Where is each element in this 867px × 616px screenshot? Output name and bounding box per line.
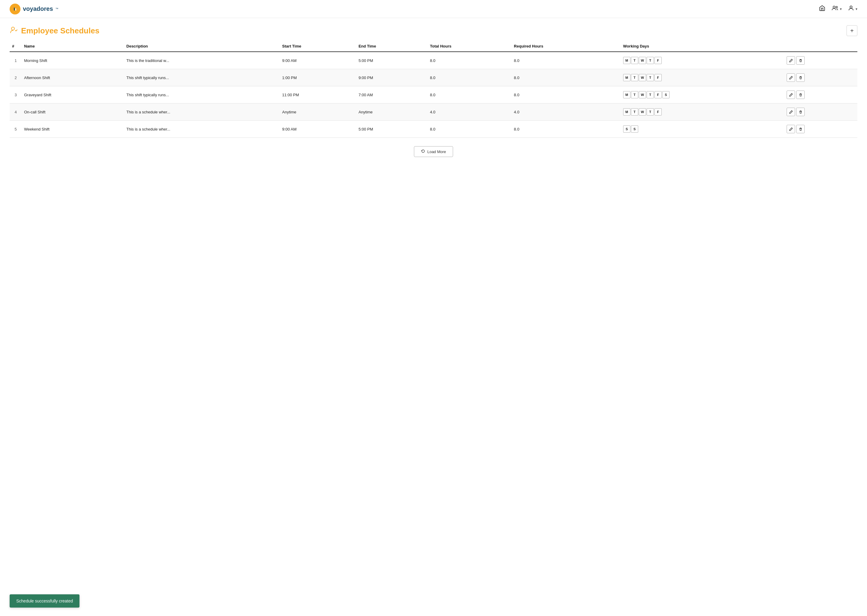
cell-working-days: MTWTF [621, 104, 784, 121]
cell-end-time: 7:00 AM [356, 86, 427, 104]
schedules-table-container: # Name Description Start Time End Time T… [0, 41, 867, 138]
day-badge-w-2: W [639, 108, 646, 115]
cell-total-hours: 8.0 [427, 121, 511, 138]
cell-description: This shift typically runs... [124, 69, 280, 86]
day-badge-m-0: M [623, 57, 631, 64]
navbar: voyadores™ ▾ [0, 0, 867, 18]
day-badge-w-2: W [639, 91, 646, 98]
day-badge-t-3: T [646, 91, 654, 98]
cell-end-time: 5:00 PM [356, 52, 427, 69]
cell-num: 2 [9, 69, 22, 86]
cell-total-hours: 8.0 [427, 86, 511, 104]
cell-start-time: Anytime [280, 104, 356, 121]
cell-actions [784, 86, 858, 104]
cell-working-days: SS [621, 121, 784, 138]
cell-name: Afternoon Shift [22, 69, 124, 86]
add-schedule-button[interactable]: + [847, 25, 858, 36]
brand-name: voyadores [23, 5, 53, 13]
col-total-hours: Total Hours [427, 41, 511, 52]
day-badge-w-2: W [639, 74, 646, 81]
schedules-table: # Name Description Start Time End Time T… [9, 41, 858, 138]
day-badge-s-0: S [623, 126, 631, 133]
svg-point-0 [12, 6, 18, 13]
cell-name: Graveyard Shift [22, 86, 124, 104]
cell-total-hours: 8.0 [427, 52, 511, 69]
load-more-label: Load More [427, 149, 446, 154]
home-button[interactable] [819, 5, 826, 13]
day-badge-t-3: T [646, 57, 654, 64]
day-badge-f-4: F [654, 91, 662, 98]
cell-name: Weekend Shift [22, 121, 124, 138]
col-actions [784, 41, 858, 52]
cell-required-hours: 8.0 [511, 69, 621, 86]
day-badge-m-0: M [623, 91, 631, 98]
table-header: # Name Description Start Time End Time T… [9, 41, 858, 52]
table-row: 1Morning ShiftThis is the traditional w.… [9, 52, 858, 69]
cell-required-hours: 8.0 [511, 52, 621, 69]
col-description: Description [124, 41, 280, 52]
edit-button[interactable] [787, 56, 795, 64]
load-more-button[interactable]: Load More [414, 146, 453, 157]
cell-actions [784, 104, 858, 121]
load-more-section: Load More [0, 138, 867, 162]
table-row: 2Afternoon ShiftThis shift typically run… [9, 69, 858, 86]
cell-end-time: Anytime [356, 104, 427, 121]
edit-button[interactable] [787, 91, 795, 99]
delete-button[interactable] [796, 73, 805, 82]
day-badge-f-4: F [654, 74, 662, 81]
page-title-icon [9, 25, 18, 36]
svg-rect-2 [15, 8, 16, 11]
cell-end-time: 5:00 PM [356, 121, 427, 138]
load-more-icon [421, 149, 426, 154]
cell-num: 1 [9, 52, 22, 69]
team-icon [831, 5, 839, 13]
cell-actions [784, 52, 858, 69]
day-badge-s-1: S [631, 126, 638, 133]
cell-total-hours: 4.0 [427, 104, 511, 121]
cell-required-hours: 4.0 [511, 104, 621, 121]
svg-rect-1 [14, 8, 15, 11]
user-icon [848, 5, 854, 13]
delete-button[interactable] [796, 56, 805, 64]
col-start-time: Start Time [280, 41, 356, 52]
cell-name: On-call Shift [22, 104, 124, 121]
delete-button[interactable] [796, 91, 805, 99]
cell-description: This is a schedule wher... [124, 104, 280, 121]
table-row: 3Graveyard ShiftThis shift typically run… [9, 86, 858, 104]
user-button[interactable]: ▾ [848, 5, 858, 13]
delete-button[interactable] [796, 125, 805, 133]
cell-start-time: 9:00 AM [280, 121, 356, 138]
edit-button[interactable] [787, 108, 795, 116]
cell-required-hours: 8.0 [511, 121, 621, 138]
cell-description: This is the traditional w... [124, 52, 280, 69]
team-chevron-icon: ▾ [840, 7, 842, 11]
table-row: 4On-call ShiftThis is a schedule wher...… [9, 104, 858, 121]
col-working-days: Working Days [621, 41, 784, 52]
cell-working-days: MTWTFS [621, 86, 784, 104]
day-badge-m-0: M [623, 74, 631, 81]
cell-required-hours: 8.0 [511, 86, 621, 104]
col-required-hours: Required Hours [511, 41, 621, 52]
table-body: 1Morning ShiftThis is the traditional w.… [9, 52, 858, 138]
svg-point-6 [11, 27, 14, 30]
cell-start-time: 9:00 AM [280, 52, 356, 69]
day-badge-w-2: W [639, 57, 646, 64]
day-badge-t-1: T [631, 108, 638, 115]
cell-num: 5 [9, 121, 22, 138]
team-button[interactable]: ▾ [831, 5, 842, 13]
cell-start-time: 11:00 PM [280, 86, 356, 104]
cell-start-time: 1:00 PM [280, 69, 356, 86]
cell-total-hours: 8.0 [427, 69, 511, 86]
page-header: Employee Schedules + [0, 18, 867, 41]
edit-button[interactable] [787, 125, 795, 133]
brand-tm: ™ [55, 7, 58, 11]
edit-button[interactable] [787, 73, 795, 82]
col-num: # [9, 41, 22, 52]
cell-description: This shift typically runs... [124, 86, 280, 104]
delete-button[interactable] [796, 108, 805, 116]
cell-working-days: MTWTF [621, 69, 784, 86]
day-badge-t-1: T [631, 74, 638, 81]
cell-end-time: 9:00 PM [356, 69, 427, 86]
logo-icon [9, 4, 20, 14]
cell-num: 4 [9, 104, 22, 121]
